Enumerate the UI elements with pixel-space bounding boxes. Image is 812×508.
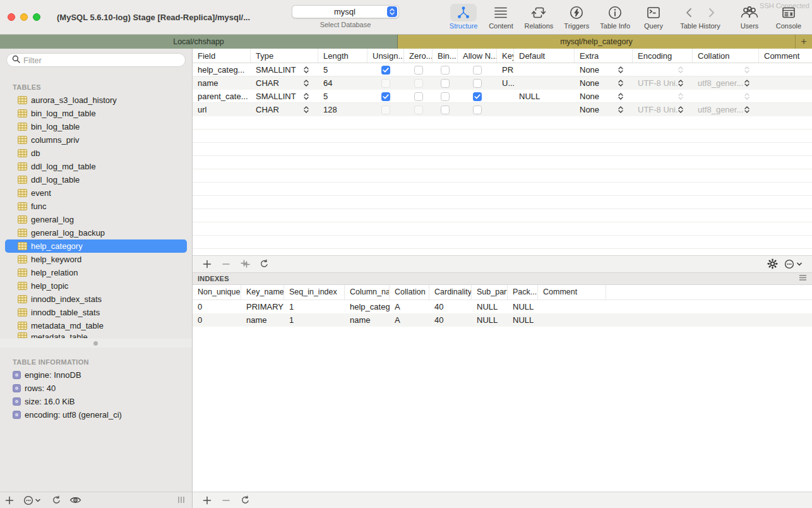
toolbar-structure-button[interactable]: Structure [446,3,482,31]
database-select[interactable]: mysql [292,5,399,18]
refresh-tables-button[interactable] [47,493,66,508]
binary-cell[interactable] [433,90,458,103]
unsigned-cell[interactable] [367,90,404,103]
table-filter-input[interactable] [23,56,180,65]
structure-column-header[interactable]: Encoding [633,49,693,63]
remove-field-button[interactable] [217,257,236,272]
zerofill-checkbox[interactable] [414,92,423,101]
indexes-column-header[interactable]: Comment [538,285,606,299]
extra-cell[interactable]: None [575,103,633,116]
sidebar-table-innodb_index_stats[interactable]: innodb_index_stats [5,293,187,306]
extra-cell[interactable]: None [575,63,633,76]
unsigned-cell[interactable] [367,63,404,76]
encoding-cell[interactable]: UTF-8 Uni... [633,103,693,116]
eye-icon[interactable] [66,493,85,508]
structure-row-url[interactable]: urlCHAR128NoneUTF-8 Uni...utf8_gener... [193,103,812,116]
unsigned-checkbox[interactable] [381,79,390,88]
indexes-column-header[interactable]: Cardinality [429,285,472,299]
zerofill-cell[interactable] [404,90,433,103]
indexes-column-header[interactable]: Collation [390,285,429,299]
structure-row-name[interactable]: nameCHAR64U...NoneUTF-8 Uni...utf8_gener… [193,76,812,90]
add-index-button[interactable] [198,493,217,508]
binary-checkbox[interactable] [441,66,450,75]
add-tab-button[interactable]: + [795,35,812,49]
comment-cell[interactable] [759,76,812,90]
value-stepper-icon[interactable] [678,93,684,100]
value-stepper-icon[interactable] [303,106,309,113]
value-stepper-icon[interactable] [618,80,624,87]
allow-null-checkbox[interactable] [473,92,482,101]
collation-cell[interactable]: utf8_gener... [693,103,759,116]
length-cell[interactable]: 64 [318,76,367,90]
unsigned-cell[interactable] [367,76,404,90]
structure-column-header[interactable]: Length [318,49,367,63]
field-cell[interactable]: url [193,103,251,116]
value-stepper-icon[interactable] [303,80,309,87]
sidebar-table-columns_priv[interactable]: columns_priv [5,133,187,147]
field-options-menu-button[interactable] [782,257,807,272]
length-cell[interactable]: 5 [318,90,367,103]
type-cell[interactable]: CHAR [251,76,318,90]
structure-column-header[interactable]: Allow N... [458,49,497,63]
binary-cell[interactable] [433,63,458,76]
allow-null-cell[interactable] [458,103,497,116]
comment-cell[interactable] [759,103,812,116]
structure-column-header[interactable]: Zero... [404,49,433,63]
sidebar-table-metadata_table[interactable]: metadata_table [5,332,187,338]
remove-index-button[interactable] [217,493,236,508]
sidebar-table-general_log[interactable]: general_log [5,213,187,226]
binary-checkbox[interactable] [441,79,450,88]
toolbar-content-button[interactable]: Content [484,3,518,31]
binary-checkbox[interactable] [441,106,450,114]
binary-checkbox[interactable] [441,92,450,101]
extra-cell[interactable]: None [575,76,633,90]
value-stepper-icon[interactable] [618,106,624,113]
structure-column-header[interactable]: Default [514,49,575,63]
structure-column-header[interactable]: Unsign... [367,49,404,63]
field-cell[interactable]: help_categ... [193,63,251,76]
sidebar-table-help_keyword[interactable]: help_keyword [5,253,187,266]
value-stepper-icon[interactable] [744,106,750,113]
default-cell[interactable] [514,63,575,76]
value-stepper-icon[interactable] [303,93,309,100]
comment-cell[interactable] [759,90,812,103]
sidebar-table-func[interactable]: func [5,200,187,213]
zoom-window-button[interactable] [33,13,40,21]
sidebar-table-metadata_md_table[interactable]: metadata_md_table [5,319,187,332]
collation-cell[interactable]: utf8_gener... [693,76,759,90]
default-cell[interactable] [514,103,575,116]
sidebar-table-general_log_backup[interactable]: general_log_backup [5,226,187,239]
value-stepper-icon[interactable] [618,93,624,100]
indexes-column-header[interactable]: Key_name [241,285,284,299]
collation-cell[interactable] [693,90,759,103]
refresh-fields-button[interactable] [254,257,273,272]
structure-column-header[interactable]: Extra [575,49,633,63]
value-stepper-icon[interactable] [678,80,684,87]
encoding-cell[interactable] [633,90,693,103]
structure-column-header[interactable]: Field [193,49,251,63]
structure-column-header[interactable]: Key [497,49,514,63]
field-cell[interactable]: name [193,76,251,90]
value-stepper-icon[interactable] [678,66,684,73]
sidebar-table-ddl_log_table[interactable]: ddl_log_table [5,173,187,186]
structure-column-header[interactable]: Type [251,49,318,63]
tab-mysql-help-category[interactable]: mysql/help_category [398,35,795,49]
tables-horizontal-scrollbar[interactable] [0,339,192,348]
table-actions-menu-button[interactable] [19,493,47,508]
value-stepper-icon[interactable] [678,106,684,113]
type-cell[interactable]: CHAR [251,103,318,116]
sidebar-table-db[interactable]: db [5,147,187,160]
indexes-column-header[interactable]: Pack... [508,285,538,299]
sidebar-table-aurora_s3_load_history[interactable]: aurora_s3_load_history [5,94,187,107]
gear-icon[interactable] [763,257,782,272]
allow-null-checkbox[interactable] [473,106,482,114]
structure-row-help_categ[interactable]: help_categ...SMALLINT5PRINone [193,63,812,76]
type-cell[interactable]: SMALLINT [251,63,318,76]
tab-local-chshapp[interactable]: Local/chshapp [0,35,398,49]
value-stepper-icon[interactable] [744,93,750,100]
close-window-button[interactable] [8,13,15,21]
sidebar-table-ddl_log_md_table[interactable]: ddl_log_md_table [5,160,187,173]
zerofill-cell[interactable] [404,63,433,76]
index-row-PRIMARY[interactable]: 0PRIMARY1help_categ...A40NULLNULL [193,300,812,313]
unsigned-checkbox[interactable] [381,66,390,75]
